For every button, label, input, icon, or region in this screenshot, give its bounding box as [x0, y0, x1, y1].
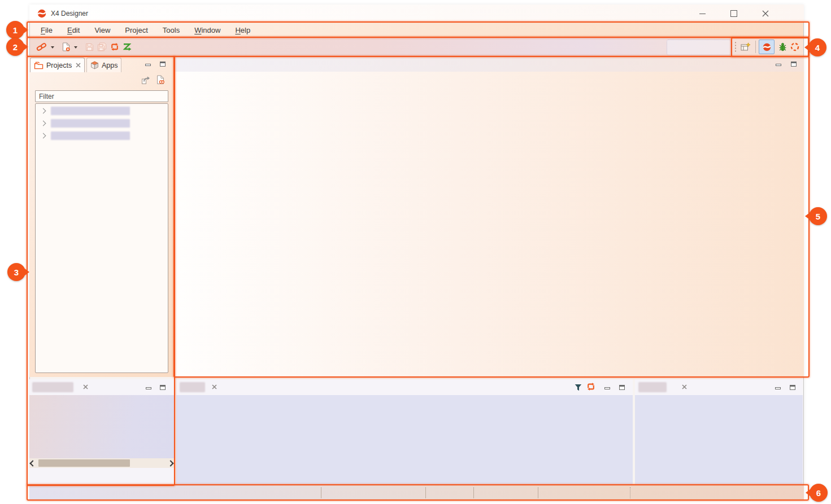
annotated-screenshot: X4 Designer FileEditViewProjectToolsWind…	[0, 0, 831, 504]
menu-item-help[interactable]: Help	[228, 25, 258, 36]
callout-number: 4	[815, 43, 820, 52]
x4-perspective-icon	[763, 43, 771, 51]
expand-chevron-icon[interactable]	[41, 120, 46, 126]
tab-close-icon[interactable]	[212, 384, 217, 389]
dashed-circle-icon	[790, 42, 799, 51]
callout-number: 2	[13, 42, 18, 52]
tree-item[interactable]	[40, 119, 168, 128]
scroll-left-button[interactable]	[29, 458, 36, 468]
chevron-left-icon	[29, 460, 36, 466]
refresh-icon	[586, 382, 595, 391]
projects-view: Projects Apps	[29, 56, 174, 377]
menu-item-project[interactable]: Project	[118, 25, 155, 36]
redacted-project-name	[51, 132, 130, 140]
minimize-icon	[146, 387, 151, 389]
save-all-icon-disabled	[97, 42, 107, 51]
redacted-project-name	[51, 119, 130, 128]
scrollbar-thumb[interactable]	[38, 459, 130, 467]
window-close-button[interactable]	[760, 8, 771, 19]
save-icon-disabled	[85, 43, 94, 51]
filter-button[interactable]	[573, 383, 582, 392]
callout-badge-4: 4	[808, 38, 826, 56]
view-maximize-button[interactable]	[158, 59, 167, 68]
maximize-icon	[160, 62, 166, 67]
menu-item-view[interactable]: View	[87, 25, 118, 36]
open-perspective-button[interactable]	[739, 40, 752, 54]
callout-badge-1: 1	[6, 21, 24, 39]
tree-item[interactable]	[40, 131, 168, 140]
view-maximize-button[interactable]	[158, 383, 167, 392]
tab-close-icon[interactable]	[83, 384, 88, 389]
minimize-icon	[775, 387, 781, 389]
tab-close-icon[interactable]	[682, 384, 687, 389]
view-minimize-button[interactable]	[143, 60, 153, 69]
debug-bug-icon	[778, 42, 787, 51]
redacted-tab-name[interactable]	[638, 382, 667, 392]
maximize-icon	[730, 10, 737, 17]
callout-badge-2: 2	[6, 38, 24, 56]
redacted-tab-name[interactable]	[180, 382, 205, 392]
editor-content[interactable]	[174, 72, 804, 377]
refresh-icon	[110, 42, 119, 51]
bottom-middle-content[interactable]	[176, 395, 633, 484]
bottom-right-content[interactable]	[635, 395, 803, 484]
chevron-right-icon	[167, 460, 173, 466]
view-maximize-button[interactable]	[788, 383, 797, 392]
toolbar-separator	[755, 41, 756, 53]
save-button[interactable]	[84, 40, 95, 54]
x4-perspective-button[interactable]	[759, 40, 775, 54]
new-menu-button[interactable]	[72, 40, 80, 54]
view-minimize-button[interactable]	[603, 384, 612, 393]
tab-projects[interactable]: Projects	[30, 58, 85, 72]
window-maximize-button[interactable]	[728, 8, 739, 19]
minimize-icon	[776, 64, 781, 66]
statusbar-separator	[321, 487, 321, 498]
menu-item-tools[interactable]: Tools	[155, 25, 187, 36]
connect-menu-button[interactable]	[49, 40, 57, 54]
menu-item-file[interactable]: File	[33, 25, 60, 36]
link-with-editor-icon	[141, 76, 150, 85]
tree-item[interactable]	[40, 106, 168, 115]
statusbar-separator	[425, 487, 426, 498]
maximize-icon	[791, 62, 797, 67]
filter-funnel-icon	[575, 384, 582, 391]
filter-input[interactable]	[35, 90, 168, 102]
window-title: X4 Designer	[51, 10, 88, 17]
tab-label: Apps	[102, 62, 118, 69]
debug-perspective-button[interactable]	[777, 40, 789, 54]
callout-badge-5: 5	[809, 207, 827, 225]
view-minimize-button[interactable]	[144, 384, 153, 393]
close-icon	[762, 10, 769, 17]
new-file-button[interactable]	[60, 40, 72, 54]
menu-item-edit[interactable]: Edit	[60, 25, 87, 36]
file-eye-icon	[156, 75, 164, 85]
bottom-left-content[interactable]	[29, 395, 174, 458]
titlebar: X4 Designer	[29, 5, 804, 23]
link-with-editor-button[interactable]	[141, 76, 150, 85]
tab-apps[interactable]: Apps	[86, 58, 121, 72]
statusbar-separator	[538, 487, 538, 498]
expand-chevron-icon[interactable]	[41, 133, 46, 138]
connect-button[interactable]	[34, 40, 49, 54]
scroll-right-button[interactable]	[167, 458, 174, 468]
tab-close-icon[interactable]	[76, 63, 81, 68]
refresh-button[interactable]	[108, 40, 121, 54]
save-all-button[interactable]	[95, 40, 108, 54]
view-maximize-button[interactable]	[617, 383, 626, 392]
open-perspective-icon	[741, 42, 751, 52]
editor-minimize-button[interactable]	[774, 60, 783, 69]
window-minimize-button[interactable]	[697, 8, 708, 19]
refresh-perspective-button[interactable]	[789, 40, 801, 54]
refresh-view-button[interactable]	[586, 382, 595, 391]
editor-maximize-button[interactable]	[789, 59, 798, 68]
view-minimize-button[interactable]	[773, 384, 782, 393]
redacted-tab-name[interactable]	[32, 382, 73, 392]
toolbar-drag-handle[interactable]	[734, 41, 737, 52]
menu-item-window[interactable]: Window	[187, 25, 228, 36]
show-files-button[interactable]	[156, 75, 165, 84]
horizontal-scrollbar[interactable]	[29, 458, 174, 468]
expand-chevron-icon[interactable]	[41, 108, 46, 113]
window-controls	[697, 5, 771, 23]
simulation-button[interactable]	[121, 40, 134, 54]
scrollbar-track[interactable]	[36, 458, 167, 468]
